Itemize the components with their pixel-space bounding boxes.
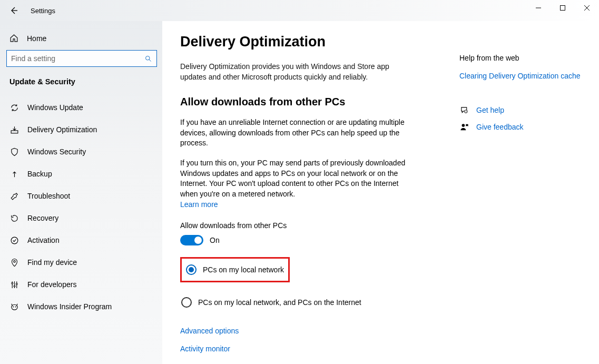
get-help-link[interactable]: Get help xyxy=(476,106,504,114)
search-icon xyxy=(144,55,152,63)
radio-label: PCs on my local network, and PCs on the … xyxy=(198,298,361,307)
wrench-icon xyxy=(9,191,19,201)
sidebar-item-label: For developers xyxy=(27,280,76,289)
maximize-button[interactable] xyxy=(551,0,575,16)
sidebar-item-insider[interactable]: Windows Insider Program xyxy=(0,296,162,318)
activity-monitor-link[interactable]: Activity monitor xyxy=(180,345,428,353)
help-aside: Help from the web Clearing Delivery Opti… xyxy=(428,34,586,351)
toggle-state: On xyxy=(210,236,220,244)
search-input[interactable] xyxy=(11,54,144,63)
learn-more-link[interactable]: Learn more xyxy=(180,200,218,209)
give-feedback-row[interactable]: Give feedback xyxy=(459,122,586,132)
sidebar-item-backup[interactable]: Backup xyxy=(0,163,162,185)
sidebar-item-windows-update[interactable]: Windows Update xyxy=(0,96,162,119)
svg-line-6 xyxy=(149,60,151,61)
sidebar-item-find-my-device[interactable]: Find my device xyxy=(0,251,162,273)
page-description: Delivery Optimization provides you with … xyxy=(180,62,407,82)
get-help-row[interactable]: ? Get help xyxy=(459,105,586,115)
window-title: Settings xyxy=(31,7,55,15)
feedback-icon xyxy=(459,122,469,132)
sidebar-item-label: Delivery Optimization xyxy=(27,125,97,134)
radio-local-network[interactable]: PCs on my local network xyxy=(185,261,285,278)
para-2: If you turn this on, your PC may send pa… xyxy=(180,158,412,199)
radio-label: PCs on my local network xyxy=(203,265,284,274)
svg-rect-7 xyxy=(11,130,18,133)
delivery-icon xyxy=(9,125,19,134)
advanced-options-link[interactable]: Advanced options xyxy=(180,327,428,335)
svg-point-5 xyxy=(146,56,150,60)
sidebar-item-label: Windows Update xyxy=(27,103,83,112)
get-help-icon: ? xyxy=(459,105,469,115)
recovery-icon xyxy=(9,213,19,223)
toggle-label: Allow downloads from other PCs xyxy=(180,221,428,230)
main-content: Delivery Optimization Delivery Optimizat… xyxy=(180,34,428,351)
sidebar-item-label: Windows Insider Program xyxy=(27,302,112,311)
sidebar-item-delivery-optimization[interactable]: Delivery Optimization xyxy=(0,119,162,141)
sidebar-item-label: Troubleshoot xyxy=(27,192,70,200)
insider-icon xyxy=(9,302,19,311)
sidebar-item-label: Activation xyxy=(27,236,60,244)
back-button[interactable] xyxy=(6,3,21,18)
sidebar-item-label: Backup xyxy=(27,170,52,178)
home-icon xyxy=(9,34,18,43)
svg-point-18 xyxy=(15,306,16,307)
svg-rect-1 xyxy=(561,6,565,11)
sidebar-item-windows-security[interactable]: Windows Security xyxy=(0,141,162,163)
sidebar-item-label: Recovery xyxy=(27,214,58,222)
allow-downloads-toggle[interactable] xyxy=(180,235,203,245)
minimize-button[interactable] xyxy=(526,0,551,16)
location-icon xyxy=(9,258,19,267)
svg-point-21 xyxy=(461,124,465,127)
sidebar-item-recovery[interactable]: Recovery xyxy=(0,207,162,229)
svg-point-9 xyxy=(13,260,15,262)
radio-internet[interactable]: PCs on my local network, and PCs on the … xyxy=(180,294,428,311)
sidebar-item-label: Find my device xyxy=(27,258,77,267)
shield-icon xyxy=(9,147,19,156)
highlight-box: PCs on my local network xyxy=(180,257,290,282)
sidebar-item-label: Windows Security xyxy=(27,147,86,156)
page-title: Delivery Optimization xyxy=(180,34,428,50)
search-box[interactable] xyxy=(6,50,157,67)
para-1: If you have an unreliable Internet conne… xyxy=(180,117,412,149)
svg-point-17 xyxy=(13,306,14,307)
help-from-web-title: Help from the web xyxy=(459,54,586,62)
sidebar-item-activation[interactable]: Activation xyxy=(0,229,162,251)
sync-icon xyxy=(9,103,19,112)
sliders-icon xyxy=(9,280,19,289)
sidebar-item-troubleshoot[interactable]: Troubleshoot xyxy=(0,185,162,207)
sidebar-home[interactable]: Home xyxy=(0,28,162,48)
svg-point-8 xyxy=(11,237,18,244)
radio-icon xyxy=(181,297,192,308)
sidebar-item-for-developers[interactable]: For developers xyxy=(0,273,162,296)
svg-point-14 xyxy=(14,285,15,287)
help-article-link[interactable]: Clearing Delivery Optimization cache xyxy=(459,72,586,80)
sidebar-home-label: Home xyxy=(27,34,46,43)
sidebar-section-title: Update & Security xyxy=(0,76,162,96)
check-icon xyxy=(9,235,19,245)
svg-point-16 xyxy=(11,304,17,310)
radio-icon xyxy=(186,264,197,275)
title-bar: Settings xyxy=(0,0,599,21)
give-feedback-link[interactable]: Give feedback xyxy=(476,123,524,131)
svg-point-15 xyxy=(16,283,17,284)
section-title: Allow downloads from other PCs xyxy=(180,96,428,108)
svg-point-13 xyxy=(11,282,13,284)
sidebar: Home Update & Security Windows Update De… xyxy=(0,21,162,364)
close-button[interactable] xyxy=(575,0,599,16)
backup-icon xyxy=(9,169,19,179)
